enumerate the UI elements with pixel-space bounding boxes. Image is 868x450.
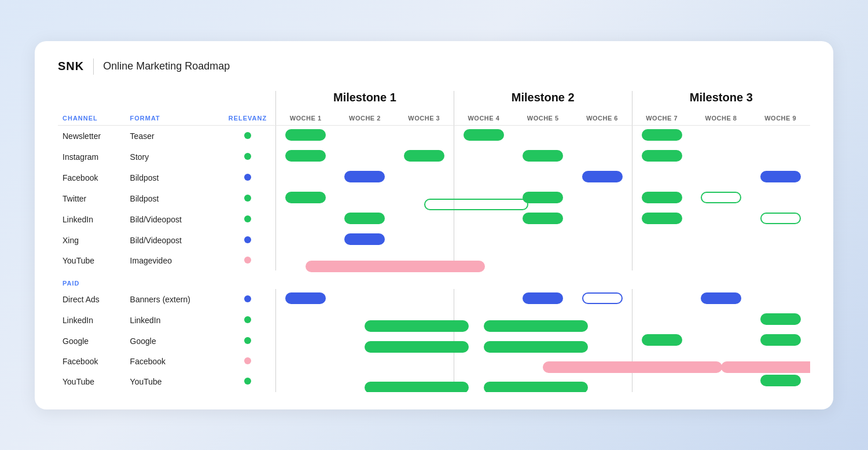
week-cell — [335, 167, 395, 188]
week-cell — [335, 310, 395, 331]
week-cell — [692, 188, 751, 209]
relevanz-cell — [220, 167, 276, 188]
week-cell — [632, 167, 692, 188]
week-cell — [454, 147, 513, 167]
week-1-header: WOCHE 1 — [276, 111, 336, 126]
gantt-bar — [642, 192, 682, 203]
week-cell — [692, 251, 751, 270]
week-cell — [513, 230, 573, 251]
relevanz-dot — [244, 153, 251, 160]
week-cell — [573, 147, 632, 167]
milestone-2-header: Milestone 2 — [454, 91, 632, 111]
gantt-bar — [760, 171, 801, 182]
page-title: Online Marketing Roadmap — [103, 60, 230, 72]
week-cell — [276, 310, 336, 331]
week-cell — [751, 188, 810, 209]
week-cell — [335, 371, 395, 392]
gantt-bar — [701, 292, 741, 304]
format-cell: Imagevideo — [126, 251, 220, 270]
week-cell — [751, 167, 810, 188]
table-row: TwitterBildpost — [58, 188, 810, 209]
gantt-bar — [344, 171, 385, 182]
relevanz-dot — [244, 378, 251, 385]
format-cell: Facebook — [126, 352, 220, 371]
gantt-bar — [484, 382, 588, 392]
relevanz-dot — [244, 337, 251, 344]
week-cell — [395, 209, 454, 230]
week-cell — [335, 209, 395, 230]
channel-cell: LinkedIn — [58, 310, 126, 331]
table-row: XingBild/Videopost — [58, 230, 810, 251]
week-cell — [513, 289, 573, 310]
table-row: Direct AdsBanners (extern) — [58, 289, 810, 310]
gantt-bar — [365, 320, 469, 332]
gantt-bar — [760, 213, 801, 224]
relevanz-cell — [220, 230, 276, 251]
gantt-bar — [642, 334, 682, 346]
week-cell — [335, 147, 395, 167]
week-cell — [335, 230, 395, 251]
gantt-bar — [701, 192, 741, 203]
gantt-bar — [365, 341, 469, 353]
relevanz-cell — [220, 188, 276, 209]
week-7-header: WOCHE 7 — [632, 111, 692, 126]
relevanz-dot — [244, 195, 251, 202]
gantt-bar — [365, 382, 469, 392]
relevanz-dot — [244, 316, 251, 323]
relevanz-dot — [244, 257, 251, 264]
relevanz-cell — [220, 125, 276, 147]
week-cell — [335, 188, 395, 209]
week-cell — [751, 371, 810, 392]
week-2-header: WOCHE 2 — [335, 111, 395, 126]
week-4-header: WOCHE 4 — [454, 111, 513, 126]
week-cell — [573, 188, 632, 209]
format-cell: LinkedIn — [126, 310, 220, 331]
relevanz-cell — [220, 209, 276, 230]
week-cell — [513, 352, 573, 371]
roadmap-body: NewsletterTeaserInstagramStoryFacebookBi… — [58, 125, 810, 392]
col-channel-header: CHANNEL — [58, 111, 126, 126]
week-cell — [276, 147, 336, 167]
table-row: FacebookBildpost — [58, 167, 810, 188]
week-cell — [335, 125, 395, 147]
channel-cell: LinkedIn — [58, 209, 126, 230]
gantt-bar — [642, 213, 682, 224]
table-row: InstagramStory — [58, 147, 810, 167]
week-cell — [692, 147, 751, 167]
week-cell — [751, 331, 810, 352]
gantt-bar — [642, 150, 682, 162]
gantt-bar — [523, 292, 563, 304]
col-format-header: FORMAT — [126, 111, 220, 126]
relevanz-cell — [220, 147, 276, 167]
channel-cell: Direct Ads — [58, 289, 126, 310]
gantt-bar — [464, 129, 504, 141]
gantt-bar — [760, 313, 801, 325]
week-cell — [454, 230, 513, 251]
gantt-bar — [582, 171, 623, 182]
section-label-row: PAID — [58, 270, 810, 289]
format-cell: Bild/Videopost — [126, 230, 220, 251]
table-row: FacebookFacebook — [58, 352, 810, 371]
gantt-bar — [523, 192, 563, 203]
channel-cell: Facebook — [58, 352, 126, 371]
week-cell — [395, 188, 454, 209]
week-cell — [276, 125, 336, 147]
table-row: NewsletterTeaser — [58, 125, 810, 147]
week-cell — [692, 167, 751, 188]
week-9-header: WOCHE 9 — [751, 111, 810, 126]
week-cell — [692, 310, 751, 331]
week-cell — [751, 310, 810, 331]
week-cell — [751, 230, 810, 251]
relevanz-cell — [220, 331, 276, 352]
week-cell — [454, 209, 513, 230]
week-cell — [632, 371, 692, 392]
week-cell — [632, 230, 692, 251]
week-cell — [751, 289, 810, 310]
channel-cell: YouTube — [58, 251, 126, 270]
channel-cell: YouTube — [58, 371, 126, 392]
week-cell — [454, 289, 513, 310]
gantt-bar — [523, 213, 563, 224]
format-cell: Banners (extern) — [126, 289, 220, 310]
week-3-header: WOCHE 3 — [395, 111, 454, 126]
week-cell — [632, 289, 692, 310]
